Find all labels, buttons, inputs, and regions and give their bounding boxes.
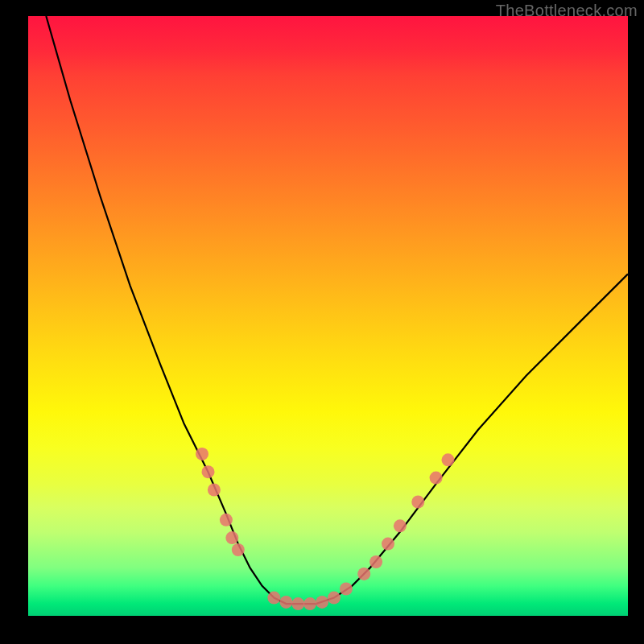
- bottleneck-curve: [46, 16, 628, 604]
- data-marker: [328, 592, 341, 605]
- curve-svg: [28, 16, 628, 616]
- data-markers: [196, 448, 455, 610]
- data-marker: [291, 597, 304, 610]
- data-marker: [267, 592, 280, 605]
- data-marker: [196, 448, 208, 460]
- data-marker: [202, 465, 215, 478]
- data-marker: [232, 543, 245, 556]
- data-marker: [411, 496, 424, 509]
- data-marker: [369, 555, 382, 568]
- plot-area: [28, 16, 628, 616]
- watermark-text: TheBottleneck.com: [496, 2, 638, 20]
- data-marker: [279, 596, 292, 609]
- data-marker: [340, 583, 353, 596]
- data-marker: [303, 597, 316, 610]
- data-marker: [442, 453, 455, 466]
- data-marker: [316, 596, 328, 609]
- data-marker: [357, 568, 370, 580]
- chart-container: TheBottleneck.com: [0, 0, 644, 644]
- data-marker: [394, 519, 407, 532]
- data-marker: [208, 484, 221, 497]
- data-marker: [220, 514, 233, 526]
- data-marker: [225, 531, 238, 544]
- data-marker: [382, 538, 394, 551]
- data-marker: [430, 472, 443, 485]
